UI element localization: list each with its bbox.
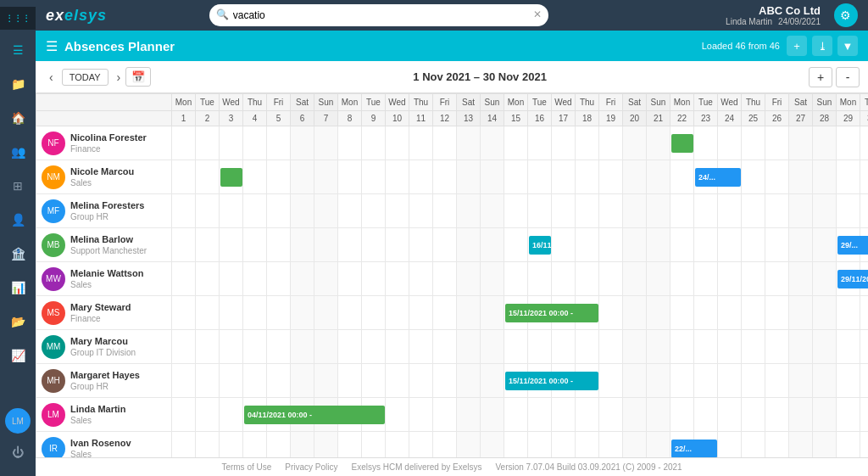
employee-cell: MWMelanie WattsonSales xyxy=(36,262,172,296)
sidebar-item-bank[interactable]: 🏦 xyxy=(3,238,33,269)
sidebar-item-person[interactable]: 👤 xyxy=(3,204,33,235)
day-cell xyxy=(837,160,860,194)
day-cell xyxy=(481,398,504,432)
search-icon: 🔍 xyxy=(216,8,229,20)
employee-name-dept: Melina ForestersGroup HR xyxy=(70,200,144,221)
day-cell xyxy=(599,126,623,160)
sidebar-item-people[interactable]: 👥 xyxy=(3,137,33,167)
day-cell xyxy=(196,432,220,458)
employee-info: MFMelina ForestersGroup HR xyxy=(42,199,166,223)
day-cell xyxy=(670,194,694,228)
employee-info: MWMelanie WattsonSales xyxy=(42,267,166,291)
sidebar-item-home[interactable]: ☰ xyxy=(3,35,33,65)
employee-dept: Support Manchester xyxy=(70,246,147,255)
day-cell xyxy=(504,194,528,228)
settings-icon[interactable]: ⚙ xyxy=(834,3,858,27)
day-cell xyxy=(220,432,243,458)
logo-prefix: ex xyxy=(46,7,64,24)
day-cell xyxy=(457,160,481,194)
zoom-in-button[interactable]: + xyxy=(809,67,832,87)
day-cell xyxy=(837,296,860,330)
topbar-right: ABC Co Ltd Linda Martin 24/09/2021 ⚙ xyxy=(726,3,858,27)
day-cell xyxy=(528,194,552,228)
search-input[interactable] xyxy=(209,4,548,26)
event-bar[interactable] xyxy=(220,168,242,187)
day-cell xyxy=(670,296,694,330)
day-cell xyxy=(718,262,742,296)
day-cell xyxy=(433,228,457,262)
day-cell xyxy=(267,194,291,228)
day-cell xyxy=(813,330,837,364)
day-cell xyxy=(528,432,552,458)
employee-info: IRIvan RosenovSales xyxy=(42,437,166,458)
day-cell xyxy=(267,160,291,194)
hamburger-icon[interactable]: ☰ xyxy=(46,38,58,54)
download-button[interactable]: ⤓ xyxy=(812,36,832,56)
day-cell xyxy=(813,160,837,194)
day-cell xyxy=(196,194,220,228)
calendar-icon-button[interactable]: 📅 xyxy=(125,67,151,87)
sidebar-item-analytics[interactable]: 📈 xyxy=(3,340,33,371)
calendar-container: MonTueWedThuFriSatSunMonTueWedThuFriSatS… xyxy=(36,93,868,457)
day-cell xyxy=(623,126,647,160)
loaded-text: Loaded 46 from 46 xyxy=(702,41,780,51)
day-cell xyxy=(386,228,409,262)
sidebar-item-org[interactable]: ⊞ xyxy=(3,171,33,201)
day-cell xyxy=(860,364,869,398)
privacy-link[interactable]: Privacy Policy xyxy=(285,462,337,472)
sidebar-item-folder[interactable]: 📁 xyxy=(3,69,33,99)
event-bar[interactable]: 29/... xyxy=(837,236,868,255)
company-name: ABC Co Ltd xyxy=(726,4,821,17)
day-cell xyxy=(220,296,243,330)
day-cell xyxy=(599,228,623,262)
sidebar-logo: ⋮⋮⋮ xyxy=(0,7,36,30)
day-cell xyxy=(172,126,196,160)
sidebar-item-chart[interactable]: 📊 xyxy=(3,272,33,303)
sidebar-item-building[interactable]: 🏠 xyxy=(3,103,33,133)
zoom-out-button[interactable]: - xyxy=(836,67,860,87)
day-cell xyxy=(291,364,314,398)
day-cell xyxy=(267,330,291,364)
employee-name-dept: Melina BarlowSupport Manchester xyxy=(70,234,147,255)
day-cell xyxy=(314,296,338,330)
event-bar[interactable]: 04/11/2021 00:00 - xyxy=(244,406,385,424)
sidebar-item-files[interactable]: 📂 xyxy=(3,306,33,337)
event-bar[interactable] xyxy=(671,134,693,153)
day-cell xyxy=(694,126,718,160)
filter-button[interactable]: ▼ xyxy=(837,36,858,56)
day-cell xyxy=(576,126,599,160)
sidebar-power-icon[interactable]: ⏻ xyxy=(3,437,33,468)
event-bar[interactable]: 15/11/2021 00:00 - xyxy=(505,372,598,390)
today-button[interactable]: TODAY xyxy=(62,69,108,86)
prev-button[interactable]: ‹ xyxy=(44,67,58,87)
day-cell xyxy=(718,330,742,364)
event-bar[interactable]: 24/... xyxy=(695,168,741,187)
day-cell xyxy=(386,296,409,330)
employee-name: Melina Barlow xyxy=(70,234,147,245)
search-bar: 🔍 ✕ xyxy=(209,4,548,26)
logo-suffix: elsys xyxy=(64,7,107,24)
day-cell xyxy=(623,160,647,194)
terms-link[interactable]: Terms of Use xyxy=(221,462,271,472)
day-cell xyxy=(433,330,457,364)
day-cell xyxy=(813,194,837,228)
event-bar[interactable]: 22/... xyxy=(671,440,717,458)
next-button[interactable]: › xyxy=(112,67,126,87)
search-clear-icon[interactable]: ✕ xyxy=(533,8,542,20)
event-bar[interactable]: 29/11/2021 xyxy=(837,270,868,288)
day-cell xyxy=(196,330,220,364)
day-cell xyxy=(647,228,670,262)
day-cell xyxy=(433,398,457,432)
event-bar[interactable]: 16/11/2021 xyxy=(529,236,551,255)
product-info: Exelsys HCM delivered by Exelsys xyxy=(352,462,482,472)
day-cell xyxy=(765,364,789,398)
day-cell xyxy=(623,398,647,432)
day-cell xyxy=(433,296,457,330)
employee-name: Linda Martin xyxy=(70,404,125,415)
sidebar-user-avatar[interactable]: LM xyxy=(5,408,31,434)
event-bar[interactable]: 15/11/2021 00:00 - xyxy=(505,304,598,322)
day-of-week-header: MonTueWedThuFriSatSunMonTueWedThuFriSatS… xyxy=(36,94,869,111)
add-button[interactable]: + xyxy=(787,36,807,56)
day-cell xyxy=(220,398,243,432)
page-title: Absences Planner xyxy=(64,39,702,53)
